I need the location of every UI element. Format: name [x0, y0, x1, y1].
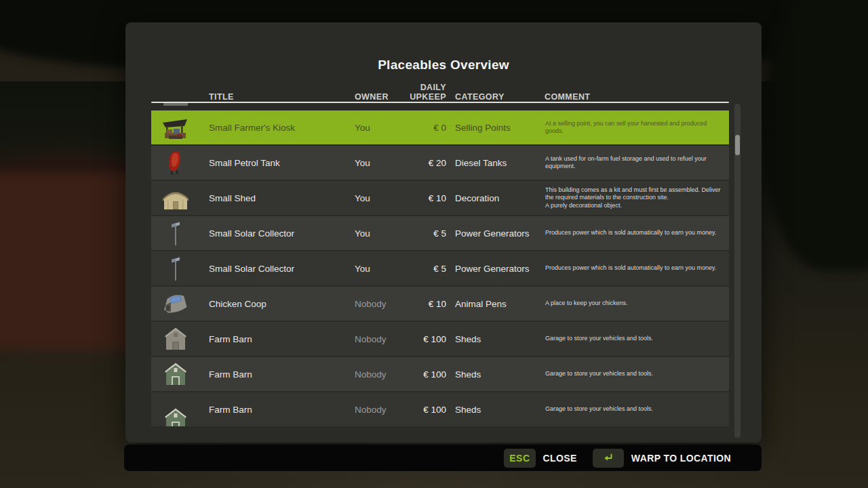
column-header-daily-upkeep: DAILY UPKEEP — [392, 83, 446, 102]
placeable-comment: A place to keep your chickens. — [545, 287, 724, 321]
placeable-title: Small Solar Collector — [209, 251, 351, 285]
placeable-title: Farm Barn — [209, 357, 351, 391]
chicken-coop-icon — [157, 287, 195, 321]
close-button[interactable]: CLOSE — [543, 453, 577, 464]
solar-collector-icon — [157, 251, 195, 285]
placeable-daily-upkeep: € 100 — [392, 322, 446, 356]
list-scrollbar-thumb[interactable] — [735, 135, 740, 155]
background-barn — [0, 173, 139, 349]
warp-to-location-button[interactable]: WARP TO LOCATION — [631, 453, 731, 464]
list-scrollbar-track[interactable] — [734, 104, 741, 438]
partial-scrolled-row[interactable] — [151, 103, 729, 109]
placeable-title: Farm Barn — [209, 322, 351, 356]
kiosk-icon — [157, 110, 195, 144]
enter-key-icon[interactable] — [593, 449, 624, 468]
placeable-daily-upkeep: € 0 — [392, 110, 446, 144]
esc-key-badge[interactable]: ESC — [504, 449, 535, 468]
table-row[interactable]: Small Farmer's Kiosk You € 0 Selling Poi… — [151, 110, 729, 144]
table-row[interactable]: Small Shed You € 10 Decoration This buil… — [151, 181, 729, 215]
placeables-list: Small Farmer's Kiosk You € 0 Selling Poi… — [151, 103, 729, 439]
solar-collector-icon — [157, 216, 195, 250]
placeable-comment: A tank used for on-farm fuel storage and… — [545, 146, 724, 180]
placeable-comment: Garage to store your vehicles and tools. — [545, 392, 724, 426]
placeable-title: Small Solar Collector — [209, 216, 351, 250]
table-row[interactable]: Farm Barn Nobody € 100 Sheds Garage to s… — [151, 357, 729, 391]
table-row[interactable]: Small Solar Collector You € 5 Power Gene… — [151, 216, 729, 250]
placeable-title: Small Farmer's Kiosk — [209, 110, 351, 144]
placeable-comment: This building comes as a kit and must fi… — [545, 181, 724, 215]
shed-icon — [157, 181, 195, 215]
gray-barn-icon — [157, 322, 195, 356]
placeable-daily-upkeep: € 10 — [392, 287, 446, 321]
table-row[interactable]: Chicken Coop Nobody € 10 Animal Pens A p… — [151, 287, 729, 321]
placeable-comment: Produces power which is sold automatical… — [545, 251, 724, 285]
placeable-comment: At a selling point, you can sell your ha… — [545, 110, 724, 144]
dialog-title: Placeables Overview — [125, 58, 762, 73]
column-header-category: CATEGORY — [455, 92, 505, 102]
placeable-title: Farm Barn — [209, 392, 351, 426]
petrol-tank-icon — [157, 146, 195, 180]
column-header-title: TITLE — [209, 92, 234, 102]
placeable-daily-upkeep: € 5 — [392, 251, 446, 285]
placeable-comment: Produces power which is sold automatical… — [545, 216, 724, 250]
placeable-title: Small Petrol Tank — [209, 146, 351, 180]
placeable-daily-upkeep: € 100 — [392, 392, 446, 426]
placeable-daily-upkeep: € 100 — [392, 357, 446, 391]
green-barn-icon — [157, 392, 195, 426]
placeable-title: Chicken Coop — [209, 287, 351, 321]
table-row[interactable]: Small Petrol Tank You € 20 Diesel Tanks … — [151, 146, 729, 180]
green-barn-icon — [157, 357, 195, 391]
placeable-comment: Garage to store your vehicles and tools. — [545, 357, 724, 391]
placeable-comment: Garage to store your vehicles and tools. — [545, 322, 724, 356]
table-row[interactable]: Farm Barn Nobody € 100 Sheds Garage to s… — [151, 322, 729, 356]
footer-bar: ESC CLOSE WARP TO LOCATION — [124, 445, 762, 471]
table-header: TITLE OWNER DAILY UPKEEP CATEGORY COMMEN… — [125, 82, 762, 102]
column-header-owner: OWNER — [355, 92, 389, 102]
table-row[interactable]: Small Solar Collector You € 5 Power Gene… — [151, 251, 729, 285]
placeable-daily-upkeep: € 20 — [392, 146, 446, 180]
silos-icon — [157, 103, 195, 109]
column-header-comment: COMMENT — [545, 92, 590, 102]
background-tree — [766, 0, 868, 271]
table-row[interactable]: Farm Barn Nobody € 100 Sheds Garage to s… — [151, 392, 729, 426]
placeable-daily-upkeep: € 5 — [392, 216, 446, 250]
placeable-title: Small Shed — [209, 181, 351, 215]
placeable-daily-upkeep: € 10 — [392, 181, 446, 215]
placeables-overview-dialog: Placeables Overview TITLE OWNER DAILY UP… — [125, 22, 762, 443]
